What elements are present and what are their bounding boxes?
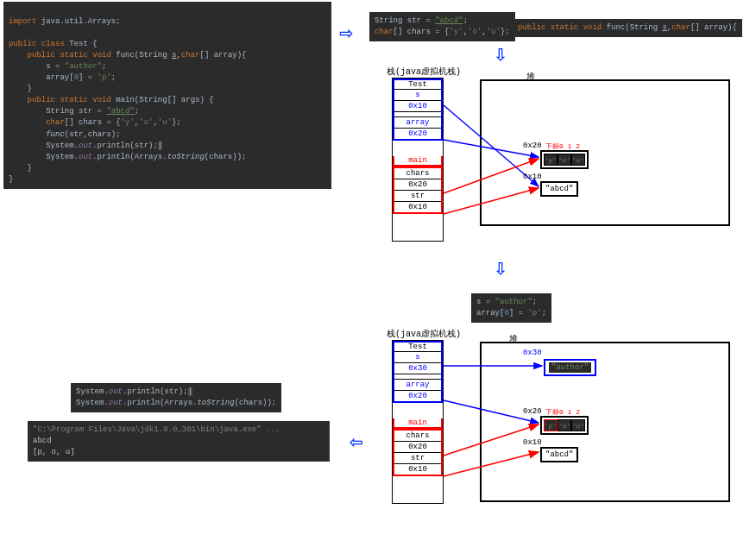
snippet-func-sig: public static void func(String s,char[] …: [513, 19, 742, 37]
stack-label-1: 栈(java虚拟机栈): [387, 66, 461, 78]
heap-box-1: [480, 79, 730, 226]
stack-label-2: 栈(java虚拟机栈): [387, 328, 461, 340]
stack-box-2: Test s 0x30 array 0x20 main chars 0x20 s…: [392, 340, 444, 504]
main-code-block: import java.util.Arrays; public class Te…: [3, 2, 331, 189]
snippet-print: System.out.println(str);| System.out.pri…: [71, 383, 281, 412]
heap-author: "author": [544, 359, 596, 376]
frame-main-1: chars 0x20 str 0x10: [393, 167, 443, 214]
arrow-left-1: ⇨: [350, 431, 363, 454]
addr-str-2: 0x10: [523, 438, 542, 447]
addr-auth: 0x30: [523, 349, 542, 357]
heap-array-1: 'y' 'o' 'u': [540, 150, 589, 169]
arrow-down-2: ⇨: [489, 261, 512, 275]
addr-arr-1: 0x20: [523, 141, 542, 150]
main-sep-2: main: [393, 418, 443, 429]
heap-box-2: [480, 342, 730, 502]
snippet-mutate: s = "author"; array[0] = 'p';: [471, 293, 551, 323]
arrow-right-1: ⇨: [339, 22, 353, 45]
frame-func-2: Test s 0x30 array 0x20: [393, 341, 443, 403]
heap-str-2: "abcd": [540, 447, 578, 462]
frame-main-2: chars 0x20 str 0x10: [393, 429, 443, 476]
arrow-down-1: ⇨: [489, 47, 512, 61]
addr-arr-2: 0x20: [523, 407, 542, 416]
addr-str-1: 0x10: [523, 173, 542, 181]
snippet-declare: String str = "abcd"; char[] chars = {'y'…: [369, 12, 515, 41]
frame-func-1: Test s 0x10 array 0x20: [393, 79, 443, 141]
heap-str-1: "abcd": [540, 181, 578, 197]
heap-array-2: 'p' 'o' 'u': [540, 416, 589, 435]
main-sep-1: main: [393, 156, 443, 167]
console-output: "C:\Program Files\Java\jdk1.8.0_301\bin\…: [28, 421, 330, 462]
stack-box-1: Test s 0x10 array 0x20 main chars 0x20 s…: [392, 78, 444, 242]
